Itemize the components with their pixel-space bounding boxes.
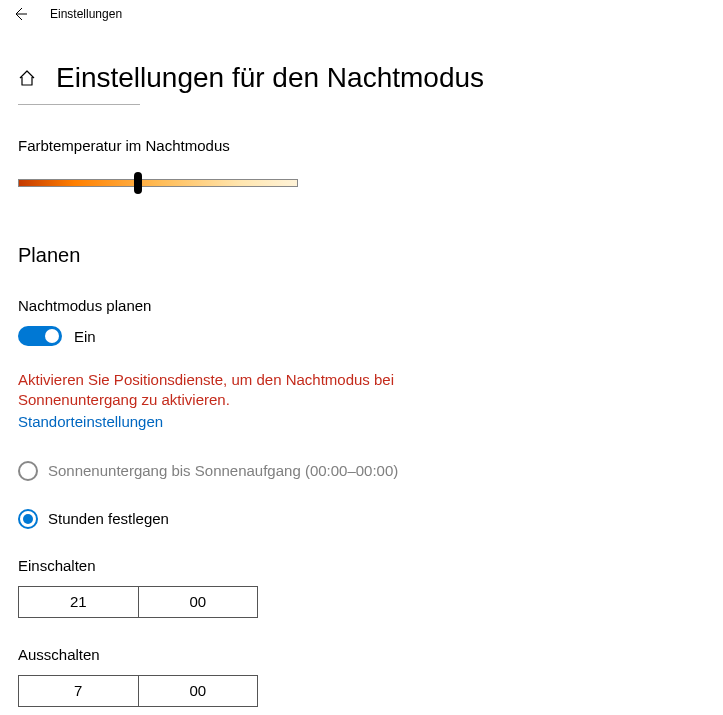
turn-off-time-picker: 7 00 bbox=[18, 675, 258, 707]
color-temp-slider[interactable] bbox=[18, 174, 298, 192]
back-button[interactable] bbox=[10, 4, 30, 24]
radio-set-hours[interactable] bbox=[18, 509, 38, 529]
home-icon bbox=[18, 69, 36, 87]
turn-off-minute[interactable]: 00 bbox=[139, 675, 259, 707]
slider-track bbox=[18, 179, 298, 187]
color-temp-label: Farbtemperatur im Nachtmodus bbox=[18, 137, 705, 154]
turn-on-label: Einschalten bbox=[18, 557, 705, 574]
location-warning: Aktivieren Sie Positionsdienste, um den … bbox=[18, 370, 438, 411]
radio-set-hours-label[interactable]: Stunden festlegen bbox=[48, 510, 169, 527]
home-button[interactable] bbox=[18, 69, 36, 87]
location-settings-link[interactable]: Standorteinstellungen bbox=[18, 413, 163, 430]
toggle-state-label: Ein bbox=[74, 328, 96, 345]
schedule-heading: Planen bbox=[18, 244, 705, 267]
schedule-toggle[interactable] bbox=[18, 326, 62, 346]
slider-thumb[interactable] bbox=[134, 172, 142, 194]
radio-sunset bbox=[18, 461, 38, 481]
page-title: Einstellungen für den Nachtmodus bbox=[56, 62, 484, 94]
turn-off-label: Ausschalten bbox=[18, 646, 705, 663]
radio-sunset-label: Sonnenuntergang bis Sonnenaufgang (00:00… bbox=[48, 462, 398, 479]
schedule-plan-label: Nachtmodus planen bbox=[18, 297, 705, 314]
arrow-left-icon bbox=[12, 6, 28, 22]
toggle-knob bbox=[45, 329, 59, 343]
title-underline bbox=[18, 104, 140, 105]
header-title: Einstellungen bbox=[50, 7, 122, 21]
turn-on-minute[interactable]: 00 bbox=[139, 586, 259, 618]
turn-on-time-picker: 21 00 bbox=[18, 586, 258, 618]
turn-on-hour[interactable]: 21 bbox=[18, 586, 139, 618]
turn-off-hour[interactable]: 7 bbox=[18, 675, 139, 707]
